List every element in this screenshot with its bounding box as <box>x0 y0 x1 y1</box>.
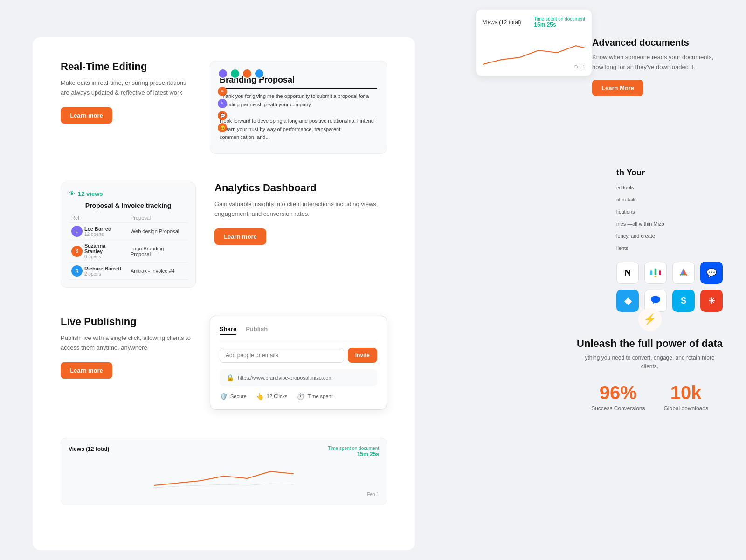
proposal-table: Ref Proposal L Lee Barrett 12 opens Web … <box>69 213 188 280</box>
analytics-desc: Gain valuable insights into client inter… <box>214 200 387 219</box>
table-cell-person: R Richare Barrett 2 opens <box>69 263 128 280</box>
table-cell-proposal: Amtrak - Invoice #4 <box>128 263 188 280</box>
stat-value: 10k <box>664 382 708 403</box>
table-cell-proposal: Logo Branding Proposal <box>128 240 188 263</box>
avatar-4 <box>254 69 264 79</box>
modal-link-row: 🔒 https://www.brandvibe-proposal.mizo.co… <box>220 369 377 386</box>
stat-time-label: Time spent <box>307 394 332 399</box>
edit-icon-4: 😊 <box>218 123 227 132</box>
section-analytics: 👁 12 views Proposal & Invoice tracking R… <box>61 182 387 288</box>
doc-chart-svg <box>483 32 585 69</box>
advanced-docs-section: Advanced documents Know when someone rea… <box>592 37 723 96</box>
table-cell-person: L Lee Barrett 12 opens <box>69 223 128 240</box>
doc-time-value: 15m 25s <box>534 21 585 28</box>
email-input[interactable] <box>220 348 344 363</box>
realtime-learn-more-btn[interactable]: Learn more <box>61 107 112 124</box>
link-icon: 🔒 <box>226 374 234 381</box>
timer-icon: ⏱️ <box>297 393 304 400</box>
preview-chart <box>69 462 379 490</box>
power-desc: ything you need to convert, engage, and … <box>585 353 715 371</box>
lightning-icon: ⚡ <box>643 313 656 325</box>
stat-block: 10k Global downloads <box>664 382 708 412</box>
page-wrapper: Real-Time Editing Make edits in real-tim… <box>0 0 746 560</box>
advanced-learn-more-btn[interactable]: Learn More <box>592 80 643 96</box>
analytics-learn-more-btn[interactable]: Learn more <box>214 228 266 245</box>
stat-block: 96% Success Conversions <box>591 382 645 412</box>
chart-date-label: Feb 1 <box>574 64 585 69</box>
doc-analytics-card: Views (12 total) Time spent on document … <box>476 9 592 76</box>
doc-views-header: Views (12 total) Time spent on document … <box>483 16 585 28</box>
intercom-icon: 💬 <box>700 262 723 284</box>
integrations-section: th Your ial tools ct details lications i… <box>616 168 723 312</box>
stat-secure-label: Secure <box>230 394 247 399</box>
edit-icon-2: ✎ <box>218 99 227 108</box>
preview-header: Views (12 total) Time spent on document … <box>69 446 379 457</box>
int-item-4: ines —all within Mizo <box>616 218 723 230</box>
stats-row: 96% Success Conversions 10k Global downl… <box>577 382 723 412</box>
proposal-views: 👁 12 views <box>69 190 188 197</box>
svg-rect-1 <box>655 269 657 275</box>
modal-stats-row: 🛡️ Secure 👆 12 Clicks ⏱️ Time spent <box>220 393 377 400</box>
views-text: 12 views <box>78 190 103 197</box>
int-item-2: ct details <box>616 194 723 206</box>
stat-clicks-label: 12 Clicks <box>267 394 288 399</box>
doc-time-label: Time spent on document <box>534 16 585 21</box>
realtime-desc: Make edits in real-time, ensuring presen… <box>61 78 191 98</box>
chart-svg <box>69 462 379 490</box>
branding-card: Branding Proposal Thank you for giving m… <box>210 61 387 154</box>
stat-clicks: 👆 12 Clicks <box>256 393 288 400</box>
advanced-title: Advanced documents <box>592 37 723 48</box>
branding-text2: I look forward to developing a long and … <box>220 117 377 142</box>
publishing-title: Live Publishing <box>61 316 191 328</box>
share-link: https://www.brandvibe-proposal.mizo.com <box>238 375 333 380</box>
clicks-icon: 👆 <box>256 393 264 400</box>
stat-value: 96% <box>591 382 645 403</box>
power-title: Unleash the full power of data <box>577 338 723 350</box>
section-realtime: Real-Time Editing Make edits in real-tim… <box>61 61 387 154</box>
eye-icon: 👁 <box>69 190 75 197</box>
modal-input-row: Invite <box>220 348 377 363</box>
modal-tabs: Share Publish <box>220 325 377 340</box>
svg-rect-0 <box>650 270 652 275</box>
publishing-text: Live Publishing Publish live with a sing… <box>61 316 191 379</box>
int-item-5: iency, and create <box>616 230 723 242</box>
edit-icon-3: 💬 <box>218 111 227 120</box>
chart-date: Feb 1 <box>69 492 379 497</box>
publishing-learn-more-btn[interactable]: Learn more <box>61 362 112 379</box>
data-power-section: ⚡ Unleash the full power of data ything … <box>577 308 723 412</box>
integrations-heading: th Your <box>616 168 723 178</box>
realtime-title: Real-Time Editing <box>61 61 191 73</box>
google-drive-icon <box>672 262 695 284</box>
edit-icon-1: ✏ <box>218 87 227 96</box>
stat-label: Success Conversions <box>591 405 645 412</box>
section-publishing: Live Publishing Publish live with a sing… <box>61 316 387 410</box>
stat-label: Global downloads <box>664 405 708 412</box>
main-content: Real-Time Editing Make edits in real-tim… <box>33 37 415 550</box>
stat-time: ⏱️ Time spent <box>297 393 332 400</box>
table-row: S Suzanna Stanley 6 opens Logo Branding … <box>69 240 188 263</box>
stat-secure: 🛡️ Secure <box>220 393 247 400</box>
int-item-3: lications <box>616 206 723 218</box>
integration-icons-grid: N💬◆S✳ <box>616 262 723 312</box>
table-row: R Richare Barrett 2 opens Amtrak - Invoi… <box>69 263 188 280</box>
doc-chart-area: Feb 1 <box>483 32 585 69</box>
advanced-desc: Know when someone reads your documents, … <box>592 53 723 72</box>
table-row: L Lee Barrett 12 opens Web design Propos… <box>69 223 188 240</box>
table-cell-person: S Suzanna Stanley 6 opens <box>69 240 128 263</box>
shield-icon: 🛡️ <box>220 393 228 400</box>
collab-avatars <box>218 69 264 79</box>
preview-time-label: Time spent on document <box>328 446 379 451</box>
analytics-section: Analytics Dashboard Gain valuable insigh… <box>214 182 387 245</box>
publishing-desc: Publish live with a single click, allowi… <box>61 333 191 353</box>
proposal-card: 👁 12 views Proposal & Invoice tracking R… <box>61 182 196 288</box>
avatar-1 <box>218 69 228 79</box>
slack-icon <box>644 262 667 284</box>
branding-text1: Thank you for giving me the opportunity … <box>220 92 377 109</box>
preview-time-value: 15m 25s <box>328 451 379 457</box>
table-cell-proposal: Web design Proposal <box>128 223 188 240</box>
proposal-table-title: Proposal & Invoice tracking <box>69 202 188 209</box>
tab-share[interactable]: Share <box>220 325 236 335</box>
tab-publish[interactable]: Publish <box>246 325 268 335</box>
invite-btn[interactable]: Invite <box>348 348 377 363</box>
integration-list: ial tools ct details lications ines —all… <box>616 181 723 254</box>
